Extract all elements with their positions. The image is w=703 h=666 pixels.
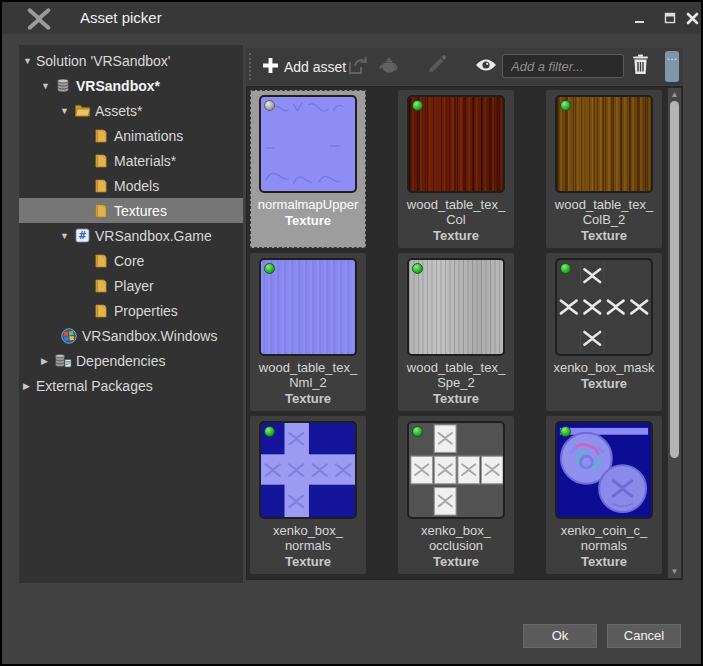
- tree-item-label: VRSandbox.Windows: [82, 328, 217, 344]
- tree-item-label: External Packages: [36, 378, 153, 394]
- asset-thumbnail: [259, 421, 357, 519]
- tree-item-label: Solution 'VRSandbox': [36, 53, 171, 69]
- asset-type: Texture: [581, 554, 627, 569]
- status-dot-icon: [412, 100, 423, 111]
- asset-tile-xenko-coin-c-normals[interactable]: xenko_coin_c_ normals Texture: [546, 416, 662, 574]
- asset-type: Texture: [285, 391, 331, 406]
- xenko-logo-icon: [21, 7, 57, 35]
- tree-item-properties[interactable]: Properties: [19, 298, 243, 323]
- trash-icon: [631, 54, 650, 79]
- folder-icon: [92, 203, 110, 219]
- toolbar-grip[interactable]: [249, 53, 251, 80]
- ok-button[interactable]: Ok: [523, 624, 597, 648]
- tree-item-label: Properties: [114, 303, 178, 319]
- status-dot-icon: [560, 426, 571, 437]
- tree-item-models[interactable]: Models: [19, 173, 243, 198]
- asset-tile-xenko-box-normals[interactable]: xenko_box_ normals Texture: [250, 416, 366, 574]
- tree-item-label: VRSandbox.Game: [95, 228, 212, 244]
- view-options-button[interactable]: [472, 52, 500, 81]
- filter-input[interactable]: [502, 54, 624, 78]
- solution-tree: ▼ Solution 'VRSandbox' ▼ VRSandbox* ▼ As…: [19, 45, 243, 583]
- tree-item-label: Dependencies: [76, 353, 166, 369]
- toolbar-overflow-button[interactable]: …: [665, 51, 679, 82]
- tree-item-core[interactable]: Core: [19, 248, 243, 273]
- plus-icon: [262, 57, 279, 77]
- eye-icon: [474, 56, 498, 78]
- tree-item-vrsandbox[interactable]: ▼ VRSandbox*: [19, 73, 243, 98]
- delete-asset-button[interactable]: [626, 52, 654, 81]
- package-icon: [54, 78, 72, 94]
- asset-tile-wood-table-tex-colb-2[interactable]: wood_table_tex_ ColB_2 Texture: [546, 90, 662, 248]
- tree-item-label: Animations: [114, 128, 183, 144]
- tree-item-vrsandbox-windows[interactable]: VRSandbox.Windows: [19, 323, 243, 348]
- add-asset-button[interactable]: Add asset: [258, 52, 350, 81]
- asset-grid-panel: normalmapUpper Texture wood_table_tex_ C…: [246, 86, 683, 580]
- tree-item-label: Player: [114, 278, 154, 294]
- maximize-button[interactable]: [660, 9, 680, 27]
- asset-name: wood_table_tex_ ColB_2: [555, 197, 653, 227]
- asset-type: Texture: [433, 554, 479, 569]
- scroll-up-arrow[interactable]: ▲: [668, 88, 681, 101]
- tree-item-external-packages[interactable]: ▶ External Packages: [19, 373, 243, 398]
- minimize-button[interactable]: [630, 9, 650, 27]
- asset-name: xenko_box_mask: [553, 360, 654, 375]
- svg-text:#: #: [78, 230, 86, 241]
- folder-icon: [92, 278, 110, 294]
- cancel-button[interactable]: Cancel: [607, 624, 681, 648]
- asset-tile-normalmapupper[interactable]: normalmapUpper Texture: [250, 90, 366, 248]
- expander-icon[interactable]: ▼: [60, 106, 73, 116]
- scrollbar-thumb[interactable]: [670, 101, 679, 458]
- folder-icon: [92, 303, 110, 319]
- asset-type: Texture: [433, 391, 479, 406]
- asset-thumbnail: [259, 95, 357, 193]
- pencil-icon: [426, 54, 447, 79]
- expander-icon[interactable]: ▶: [23, 381, 36, 391]
- add-asset-label: Add asset: [284, 59, 346, 75]
- import-asset-button[interactable]: [344, 52, 372, 81]
- tree-item-player[interactable]: Player: [19, 273, 243, 298]
- tree-item-solution-vrsandbox[interactable]: ▼ Solution 'VRSandbox': [19, 48, 243, 73]
- import-icon: [347, 54, 369, 80]
- expander-icon[interactable]: ▼: [41, 81, 54, 91]
- tree-item-textures[interactable]: Textures: [19, 198, 243, 223]
- tree-item-materials[interactable]: Materials*: [19, 148, 243, 173]
- asset-thumbnail: [555, 258, 653, 356]
- status-dot-icon: [560, 263, 571, 274]
- asset-type: Texture: [285, 554, 331, 569]
- windows-icon: [60, 328, 78, 344]
- asset-toolbar: Add asset: [246, 48, 683, 85]
- edit-asset-button[interactable]: [422, 52, 450, 81]
- asset-tile-wood-table-tex-nml-2[interactable]: wood_table_tex_ Nml_2 Texture: [250, 253, 366, 411]
- asset-tile-wood-table-tex-spe-2[interactable]: wood_table_tex_ Spe_2 Texture: [398, 253, 514, 411]
- tree-item-animations[interactable]: Animations: [19, 123, 243, 148]
- asset-tile-wood-table-tex-col[interactable]: wood_table_tex_ Col Texture: [398, 90, 514, 248]
- asset-grid: normalmapUpper Texture wood_table_tex_ C…: [247, 87, 682, 579]
- tree-item-label: VRSandbox*: [76, 78, 160, 94]
- asset-thumbnail: [407, 421, 505, 519]
- asset-name: xenko_box_ normals: [273, 523, 343, 553]
- asset-name: normalmapUpper: [258, 197, 358, 212]
- status-dot-icon: [264, 263, 275, 274]
- asset-thumbnail: [259, 258, 357, 356]
- asset-name: wood_table_tex_ Spe_2: [407, 360, 505, 390]
- folder-icon: [92, 153, 110, 169]
- scroll-down-arrow[interactable]: ▼: [668, 565, 681, 578]
- titlebar: Asset picker: [2, 2, 701, 34]
- grid-scrollbar[interactable]: ▲ ▼: [668, 88, 681, 578]
- tree-item-dependencies[interactable]: ▶ Dependencies: [19, 348, 243, 373]
- status-dot-icon: [264, 100, 275, 111]
- add-sample-teapot-button[interactable]: [375, 52, 403, 81]
- expander-icon[interactable]: ▼: [23, 56, 36, 66]
- asset-tile-xenko-box-mask[interactable]: xenko_box_mask Texture: [546, 253, 662, 411]
- tree-item-label: Textures: [114, 203, 167, 219]
- expander-icon[interactable]: ▶: [41, 356, 54, 366]
- asset-thumbnail: [407, 258, 505, 356]
- tree-item-vrsandbox-game[interactable]: ▼ # VRSandbox.Game: [19, 223, 243, 248]
- asset-name: xenko_coin_c_ normals: [561, 523, 648, 553]
- expander-icon[interactable]: ▼: [60, 231, 73, 241]
- status-dot-icon: [412, 426, 423, 437]
- teapot-icon: [377, 55, 401, 79]
- close-button[interactable]: [682, 9, 702, 27]
- tree-item-assets[interactable]: ▼ Assets*: [19, 98, 243, 123]
- asset-tile-xenko-box-occlusion[interactable]: xenko_box_ occlusion Texture: [398, 416, 514, 574]
